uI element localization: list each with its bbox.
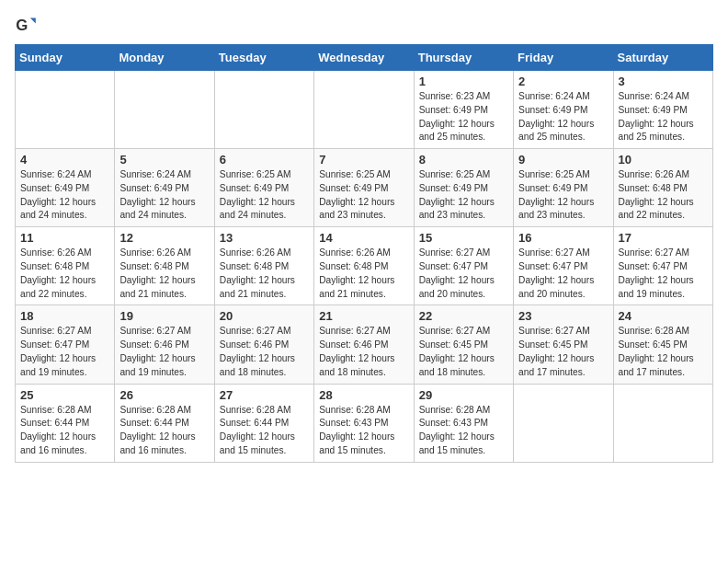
day-number: 11 (20, 231, 109, 245)
day-info: Sunrise: 6:24 AMSunset: 6:49 PMDaylight:… (619, 90, 708, 144)
day-number: 25 (20, 388, 109, 402)
calendar-cell: 11Sunrise: 6:26 AMSunset: 6:48 PMDayligh… (16, 227, 115, 305)
day-number: 7 (319, 153, 408, 167)
day-number: 10 (619, 153, 708, 167)
day-info: Sunrise: 6:26 AMSunset: 6:48 PMDaylight:… (220, 247, 309, 301)
day-info: Sunrise: 6:28 AMSunset: 6:45 PMDaylight:… (619, 325, 708, 379)
day-info: Sunrise: 6:27 AMSunset: 6:47 PMDaylight:… (20, 325, 109, 379)
calendar-cell: 21Sunrise: 6:27 AMSunset: 6:46 PMDayligh… (314, 305, 414, 384)
day-info: Sunrise: 6:26 AMSunset: 6:48 PMDaylight:… (20, 247, 109, 301)
calendar-cell: 23Sunrise: 6:27 AMSunset: 6:45 PMDayligh… (514, 305, 613, 384)
calendar-cell: 25Sunrise: 6:28 AMSunset: 6:44 PMDayligh… (16, 384, 115, 462)
day-info: Sunrise: 6:26 AMSunset: 6:48 PMDaylight:… (119, 247, 209, 301)
day-info: Sunrise: 6:28 AMSunset: 6:44 PMDaylight:… (220, 404, 309, 458)
calendar-cell: 20Sunrise: 6:27 AMSunset: 6:46 PMDayligh… (214, 305, 313, 384)
calendar-cell: 3Sunrise: 6:24 AMSunset: 6:49 PMDaylight… (613, 71, 712, 149)
day-number: 3 (619, 75, 708, 88)
day-number: 19 (119, 309, 209, 323)
day-info: Sunrise: 6:24 AMSunset: 6:49 PMDaylight:… (518, 90, 608, 144)
day-number: 6 (220, 153, 309, 167)
day-info: Sunrise: 6:28 AMSunset: 6:44 PMDaylight:… (20, 404, 109, 458)
calendar-cell: 29Sunrise: 6:28 AMSunset: 6:43 PMDayligh… (414, 384, 513, 462)
day-info: Sunrise: 6:27 AMSunset: 6:47 PMDaylight:… (619, 247, 708, 301)
calendar-cell: 10Sunrise: 6:26 AMSunset: 6:48 PMDayligh… (613, 149, 712, 227)
calendar-cell: 7Sunrise: 6:25 AMSunset: 6:49 PMDaylight… (314, 149, 414, 227)
calendar-cell: 28Sunrise: 6:28 AMSunset: 6:43 PMDayligh… (314, 384, 414, 462)
day-number: 1 (419, 75, 508, 88)
calendar-cell (214, 71, 313, 149)
day-number: 8 (419, 153, 508, 167)
calendar-cell: 9Sunrise: 6:25 AMSunset: 6:49 PMDaylight… (514, 149, 613, 227)
calendar-cell: 16Sunrise: 6:27 AMSunset: 6:47 PMDayligh… (514, 227, 613, 305)
calendar-cell (514, 384, 613, 462)
day-info: Sunrise: 6:27 AMSunset: 6:47 PMDaylight:… (518, 247, 608, 301)
day-number: 9 (518, 153, 608, 167)
weekday-header-thursday: Thursday (414, 45, 513, 71)
day-info: Sunrise: 6:25 AMSunset: 6:49 PMDaylight:… (518, 168, 608, 223)
day-number: 24 (619, 309, 708, 323)
day-info: Sunrise: 6:25 AMSunset: 6:49 PMDaylight:… (419, 168, 508, 223)
calendar-cell: 14Sunrise: 6:26 AMSunset: 6:48 PMDayligh… (314, 227, 414, 305)
svg-text:G: G (16, 17, 28, 34)
calendar-cell (16, 71, 115, 149)
calendar-cell (314, 71, 414, 149)
svg-marker-1 (30, 18, 36, 24)
day-number: 26 (119, 388, 209, 402)
day-info: Sunrise: 6:27 AMSunset: 6:47 PMDaylight:… (419, 247, 508, 301)
day-number: 18 (20, 309, 109, 323)
calendar-cell: 22Sunrise: 6:27 AMSunset: 6:45 PMDayligh… (414, 305, 513, 384)
calendar-cell (613, 384, 712, 462)
day-number: 23 (518, 309, 608, 323)
day-number: 4 (20, 153, 109, 167)
day-info: Sunrise: 6:26 AMSunset: 6:48 PMDaylight:… (319, 247, 408, 301)
weekday-header-wednesday: Wednesday (314, 45, 414, 71)
calendar-cell: 24Sunrise: 6:28 AMSunset: 6:45 PMDayligh… (613, 305, 712, 384)
weekday-header-saturday: Saturday (613, 45, 712, 71)
weekday-header-friday: Friday (514, 45, 613, 71)
calendar-cell: 2Sunrise: 6:24 AMSunset: 6:49 PMDaylight… (514, 71, 613, 149)
calendar-cell: 19Sunrise: 6:27 AMSunset: 6:46 PMDayligh… (115, 305, 214, 384)
day-number: 27 (220, 388, 309, 402)
day-number: 5 (119, 153, 209, 167)
day-number: 17 (619, 231, 708, 245)
day-number: 21 (319, 309, 408, 323)
day-info: Sunrise: 6:27 AMSunset: 6:46 PMDaylight:… (119, 325, 209, 379)
day-info: Sunrise: 6:25 AMSunset: 6:49 PMDaylight:… (319, 168, 408, 223)
day-number: 14 (319, 231, 408, 245)
weekday-header-tuesday: Tuesday (214, 45, 313, 71)
calendar-cell: 17Sunrise: 6:27 AMSunset: 6:47 PMDayligh… (613, 227, 712, 305)
day-number: 29 (419, 388, 508, 402)
day-info: Sunrise: 6:27 AMSunset: 6:46 PMDaylight:… (319, 325, 408, 379)
day-info: Sunrise: 6:28 AMSunset: 6:43 PMDaylight:… (319, 404, 408, 458)
calendar-cell (115, 71, 214, 149)
day-info: Sunrise: 6:25 AMSunset: 6:49 PMDaylight:… (220, 168, 309, 223)
calendar-cell: 8Sunrise: 6:25 AMSunset: 6:49 PMDaylight… (414, 149, 513, 227)
logo: G (15, 15, 40, 37)
day-number: 12 (119, 231, 209, 245)
calendar-table: SundayMondayTuesdayWednesdayThursdayFrid… (15, 44, 713, 463)
calendar-cell: 27Sunrise: 6:28 AMSunset: 6:44 PMDayligh… (214, 384, 313, 462)
day-number: 16 (518, 231, 608, 245)
day-number: 28 (319, 388, 408, 402)
calendar-cell: 15Sunrise: 6:27 AMSunset: 6:47 PMDayligh… (414, 227, 513, 305)
day-info: Sunrise: 6:24 AMSunset: 6:49 PMDaylight:… (119, 168, 209, 223)
calendar-cell: 5Sunrise: 6:24 AMSunset: 6:49 PMDaylight… (115, 149, 214, 227)
day-info: Sunrise: 6:27 AMSunset: 6:46 PMDaylight:… (220, 325, 309, 379)
calendar-cell: 18Sunrise: 6:27 AMSunset: 6:47 PMDayligh… (16, 305, 115, 384)
day-info: Sunrise: 6:24 AMSunset: 6:49 PMDaylight:… (20, 168, 109, 223)
weekday-header-sunday: Sunday (16, 45, 115, 71)
day-info: Sunrise: 6:28 AMSunset: 6:43 PMDaylight:… (419, 404, 508, 458)
day-info: Sunrise: 6:26 AMSunset: 6:48 PMDaylight:… (619, 168, 708, 223)
day-info: Sunrise: 6:27 AMSunset: 6:45 PMDaylight:… (518, 325, 608, 379)
day-info: Sunrise: 6:27 AMSunset: 6:45 PMDaylight:… (419, 325, 508, 379)
weekday-header-monday: Monday (115, 45, 214, 71)
day-number: 20 (220, 309, 309, 323)
day-info: Sunrise: 6:23 AMSunset: 6:49 PMDaylight:… (419, 90, 508, 144)
calendar-cell: 13Sunrise: 6:26 AMSunset: 6:48 PMDayligh… (214, 227, 313, 305)
day-info: Sunrise: 6:28 AMSunset: 6:44 PMDaylight:… (119, 404, 209, 458)
calendar-cell: 4Sunrise: 6:24 AMSunset: 6:49 PMDaylight… (16, 149, 115, 227)
calendar-cell: 12Sunrise: 6:26 AMSunset: 6:48 PMDayligh… (115, 227, 214, 305)
day-number: 13 (220, 231, 309, 245)
day-number: 22 (419, 309, 508, 323)
calendar-cell: 26Sunrise: 6:28 AMSunset: 6:44 PMDayligh… (115, 384, 214, 462)
